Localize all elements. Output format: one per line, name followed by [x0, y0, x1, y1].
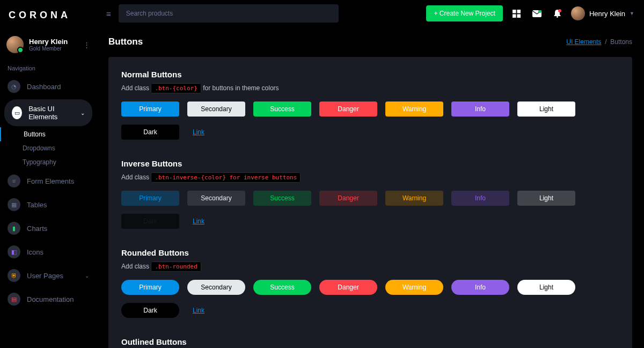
sidebar-item-label: User Pages: [27, 272, 63, 280]
button-inverse-dark[interactable]: Dark: [121, 214, 179, 229]
sidebar-user-name: Henry Klein: [29, 38, 68, 46]
section-title: Outlined Buttons: [121, 337, 619, 346]
user-menu-dots-icon[interactable]: ⋮: [83, 41, 90, 49]
button-inverse-primary[interactable]: Primary: [121, 191, 179, 206]
button-inverse-secondary[interactable]: Secondary: [187, 191, 245, 206]
section-title: Rounded Buttons: [121, 248, 619, 257]
button-link[interactable]: Link: [187, 214, 210, 229]
button-rounded-warning[interactable]: Warning: [385, 280, 443, 295]
button-success[interactable]: Success: [253, 102, 311, 117]
topbar: ≡ + Create New Project Henry Klein ▼: [97, 0, 644, 27]
button-inverse-info[interactable]: Info: [451, 191, 509, 206]
caret-down-icon: ▼: [630, 11, 634, 16]
button-rounded-info[interactable]: Info: [451, 280, 509, 295]
sidebar-item-label: Documentation: [27, 295, 74, 303]
section-inverse-buttons: Inverse Buttons Add class .btn-inverse-{…: [121, 159, 619, 229]
button-link[interactable]: Link: [187, 303, 210, 318]
svg-point-6: [557, 16, 558, 18]
topbar-user-menu[interactable]: Henry Klein ▼: [571, 6, 634, 20]
sidebar-item-label: Dashboard: [27, 83, 61, 91]
topbar-user-name: Henry Klein: [589, 10, 625, 18]
table-icon: ▦: [8, 198, 20, 211]
sidebar-item-charts[interactable]: ▮ Charts: [0, 216, 97, 240]
breadcrumb-link[interactable]: UI Elements: [566, 38, 601, 46]
sidebar-item-dashboard[interactable]: ◔ Dashboard: [0, 75, 97, 98]
button-rounded-secondary[interactable]: Secondary: [187, 280, 245, 295]
button-rounded-danger[interactable]: Danger: [319, 280, 377, 295]
sidebar-user-sub: Gold Member: [29, 46, 68, 52]
playlist-icon: ≡: [8, 175, 20, 187]
security-icon: ⛨: [8, 269, 20, 282]
avatar: [571, 6, 585, 20]
button-rounded-light[interactable]: Light: [517, 280, 575, 295]
sidebar-item-form[interactable]: ≡ Form Elements: [0, 169, 97, 193]
sidebar-sub-buttons[interactable]: Buttons: [0, 127, 97, 141]
sidebar-item-userpages[interactable]: ⛨ User Pages ⌄: [0, 264, 97, 287]
chevron-down-icon: ⌄: [80, 110, 85, 116]
button-rounded-dark[interactable]: Dark: [121, 303, 179, 318]
sidebar-item-label: Icons: [27, 248, 43, 256]
sidebar-item-label: Tables: [27, 201, 47, 209]
section-desc: Add class .btn-{color} for buttons in th…: [121, 84, 619, 92]
sidebar-item-label: Form Elements: [27, 177, 74, 185]
button-inverse-success[interactable]: Success: [253, 191, 311, 206]
section-title: Inverse Buttons: [121, 159, 619, 168]
svg-rect-1: [517, 10, 521, 13]
sidebar-item-label: Basic UI Elements: [28, 105, 74, 121]
sidebar-item-icons[interactable]: ◧ Icons: [0, 240, 97, 264]
button-rounded-primary[interactable]: Primary: [121, 280, 179, 295]
svg-rect-0: [513, 10, 516, 13]
sidebar-item-label: Charts: [27, 224, 47, 233]
bell-icon[interactable]: [551, 9, 564, 18]
svg-rect-2: [513, 14, 516, 18]
section-rounded-buttons: Rounded Buttons Add class .btn-rounded P…: [121, 248, 619, 318]
menu-toggle-icon[interactable]: ≡: [106, 9, 111, 18]
breadcrumb: UI Elements / Buttons: [566, 38, 632, 46]
button-link[interactable]: Link: [187, 125, 210, 140]
section-normal-buttons: Normal Buttons Add class .btn-{color} fo…: [121, 70, 619, 140]
section-desc: Add class .btn-inverse-{color} for inver…: [121, 173, 619, 181]
section-desc: Add class .btn-rounded: [121, 263, 619, 270]
grid-icon[interactable]: [510, 10, 523, 18]
brand-logo: CORONA: [0, 0, 97, 31]
sidebar: CORONA Henry Klein Gold Member ⋮ Navigat…: [0, 0, 97, 348]
nav-heading: Navigation: [0, 59, 97, 75]
button-danger[interactable]: Danger: [319, 102, 377, 117]
chart-icon: ▮: [8, 222, 20, 235]
mail-icon[interactable]: [530, 10, 544, 17]
button-inverse-warning[interactable]: Warning: [385, 191, 443, 206]
sidebar-sub-typography[interactable]: Typography: [0, 155, 97, 169]
gauge-icon: ◔: [8, 80, 20, 93]
button-light[interactable]: Light: [517, 102, 575, 117]
buttons-card: Normal Buttons Add class .btn-{color} fo…: [108, 57, 632, 348]
sidebar-sub-dropdowns[interactable]: Dropdowns: [0, 141, 97, 155]
sidebar-item-basic-ui[interactable]: ▭ Basic UI Elements ⌄: [4, 99, 92, 126]
sidebar-item-tables[interactable]: ▦ Tables: [0, 193, 97, 216]
button-secondary[interactable]: Secondary: [187, 102, 245, 117]
section-outlined-buttons: Outlined Buttons Add class .btn-outline-…: [121, 337, 619, 348]
create-project-button[interactable]: + Create New Project: [426, 5, 502, 21]
breadcrumb-current: Buttons: [610, 38, 632, 46]
button-primary[interactable]: Primary: [121, 102, 179, 117]
search-input[interactable]: [119, 4, 339, 23]
sidebar-item-docs[interactable]: ▤ Documentation: [0, 287, 97, 311]
button-inverse-danger[interactable]: Danger: [319, 191, 377, 206]
button-dark[interactable]: Dark: [121, 125, 179, 140]
button-rounded-success[interactable]: Success: [253, 280, 311, 295]
contacts-icon: ◧: [8, 245, 20, 258]
file-icon: ▤: [8, 293, 20, 306]
laptop-icon: ▭: [12, 106, 22, 119]
button-warning[interactable]: Warning: [385, 102, 443, 117]
avatar: [6, 36, 24, 53]
chevron-down-icon: ⌄: [85, 273, 89, 279]
button-info[interactable]: Info: [451, 102, 509, 117]
svg-point-7: [558, 9, 561, 12]
page-title: Buttons: [108, 37, 143, 47]
section-title: Normal Buttons: [121, 70, 619, 79]
sidebar-user-block: Henry Klein Gold Member ⋮: [0, 31, 97, 59]
button-inverse-light[interactable]: Light: [517, 191, 575, 206]
svg-rect-3: [517, 14, 521, 18]
